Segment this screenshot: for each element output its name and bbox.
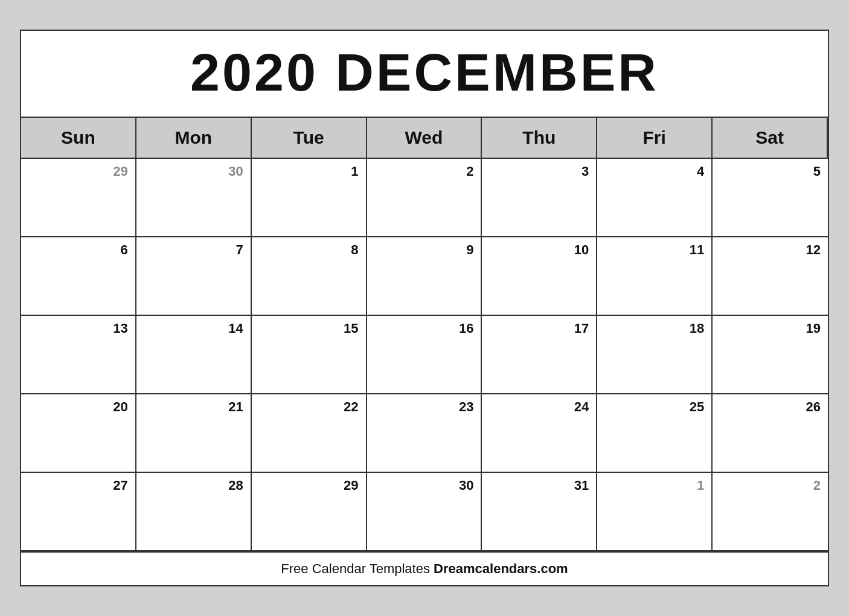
day-cell: 27 xyxy=(21,473,136,551)
day-cell: 1 xyxy=(597,473,713,551)
day-cell: 18 xyxy=(597,316,713,394)
day-cell: 1 xyxy=(252,159,367,237)
footer-bold-text: Dreamcalendars.com xyxy=(434,561,568,576)
day-header-sun: Sun xyxy=(21,118,136,159)
day-cell: 4 xyxy=(597,159,713,237)
day-cell: 17 xyxy=(482,316,597,394)
footer-normal-text: Free Calendar Templates xyxy=(281,561,434,576)
day-cell: 31 xyxy=(482,473,597,551)
day-header-mon: Mon xyxy=(136,118,252,159)
day-cell: 5 xyxy=(713,159,828,237)
day-header-tue: Tue xyxy=(252,118,367,159)
day-cell: 11 xyxy=(597,237,713,316)
day-cell: 6 xyxy=(21,237,136,316)
day-cell: 24 xyxy=(482,394,597,473)
day-cell: 30 xyxy=(136,159,252,237)
day-cell: 30 xyxy=(367,473,482,551)
day-cell: 20 xyxy=(21,394,136,473)
day-cell: 3 xyxy=(482,159,597,237)
day-cell: 21 xyxy=(136,394,252,473)
day-cell: 25 xyxy=(597,394,713,473)
day-cell: 16 xyxy=(367,316,482,394)
day-cell: 15 xyxy=(252,316,367,394)
calendar-title: 2020 DECEMBER xyxy=(27,42,822,103)
day-header-thu: Thu xyxy=(482,118,597,159)
calendar: 2020 DECEMBER SunMonTueWedThuFriSat29301… xyxy=(20,30,829,586)
day-cell: 2 xyxy=(367,159,482,237)
day-cell: 13 xyxy=(21,316,136,394)
day-cell: 26 xyxy=(713,394,828,473)
day-cell: 29 xyxy=(252,473,367,551)
day-cell: 29 xyxy=(21,159,136,237)
day-cell: 14 xyxy=(136,316,252,394)
day-cell: 28 xyxy=(136,473,252,551)
day-header-sat: Sat xyxy=(713,118,828,159)
day-cell: 8 xyxy=(252,237,367,316)
calendar-footer: Free Calendar Templates Dreamcalendars.c… xyxy=(21,551,828,585)
day-cell: 22 xyxy=(252,394,367,473)
day-cell: 19 xyxy=(713,316,828,394)
day-header-fri: Fri xyxy=(597,118,713,159)
calendar-header: 2020 DECEMBER xyxy=(21,31,828,118)
day-cell: 2 xyxy=(713,473,828,551)
day-cell: 9 xyxy=(367,237,482,316)
day-cell: 12 xyxy=(713,237,828,316)
day-cell: 7 xyxy=(136,237,252,316)
day-header-wed: Wed xyxy=(367,118,482,159)
day-cell: 23 xyxy=(367,394,482,473)
calendar-grid: SunMonTueWedThuFriSat2930123456789101112… xyxy=(21,118,828,551)
day-cell: 10 xyxy=(482,237,597,316)
